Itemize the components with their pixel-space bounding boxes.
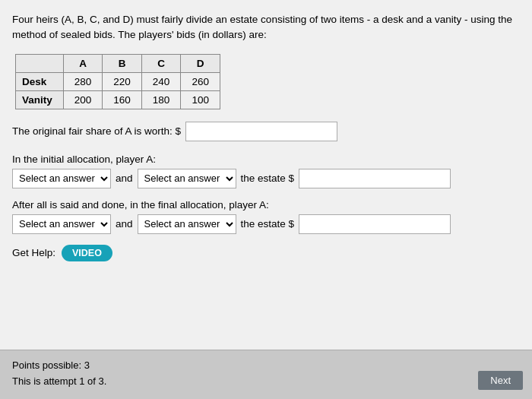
- table-cell-vanity-label: Vanity: [16, 90, 64, 109]
- final-allocation-connector: and: [116, 218, 133, 230]
- get-help-row: Get Help: VIDEO: [12, 245, 520, 261]
- bids-table: A B C D Desk 280 220 240 260 Vanity 200 …: [15, 54, 220, 109]
- final-allocation-label: After all is said and done, in the final…: [12, 199, 520, 211]
- initial-allocation-row: Select an answer receives does not recei…: [12, 169, 520, 188]
- table-header-empty: [16, 54, 64, 72]
- final-allocation-row: Select an answer receives does not recei…: [12, 214, 520, 234]
- attempt-info: This is attempt 1 of 3.: [12, 374, 520, 390]
- table-cell-desk-label: Desk: [16, 72, 64, 90]
- final-allocation-input[interactable]: [299, 214, 451, 234]
- table-row-vanity: Vanity 200 160 180 100: [16, 90, 220, 109]
- initial-allocation-input[interactable]: [299, 169, 451, 188]
- final-estate-label: the estate $: [241, 218, 295, 230]
- next-button[interactable]: Next: [478, 371, 523, 390]
- final-allocation-select2[interactable]: Select an answer pays into receives from: [138, 214, 236, 234]
- table-row-desk: Desk 280 220 240 260: [16, 72, 220, 90]
- table-cell-vanity-c: 180: [141, 90, 181, 109]
- initial-allocation-block: In the initial allocation, player A: Sel…: [12, 154, 520, 188]
- final-allocation-block: After all is said and done, in the final…: [12, 199, 520, 234]
- fair-share-label: The original fair share of A is worth: $: [12, 125, 181, 137]
- table-cell-vanity-a: 200: [63, 90, 103, 109]
- initial-allocation-connector: and: [116, 173, 133, 184]
- initial-estate-label: the estate $: [241, 173, 295, 184]
- table-cell-vanity-b: 160: [103, 90, 142, 109]
- footer-bar: Points possible: 3 This is attempt 1 of …: [0, 350, 532, 399]
- fair-share-block: The original fair share of A is worth: $: [12, 122, 520, 141]
- problem-text-line1: Four heirs (A, B, C, and D) must fairly …: [12, 14, 512, 25]
- initial-allocation-label: In the initial allocation, player A:: [12, 154, 520, 165]
- video-button[interactable]: VIDEO: [62, 245, 112, 261]
- points-possible: Points possible: 3: [12, 358, 520, 374]
- table-cell-vanity-d: 100: [181, 90, 220, 109]
- table-header-b: B: [103, 54, 142, 72]
- initial-allocation-select2[interactable]: Select an answer pays into receives from: [138, 169, 236, 188]
- table-cell-desk-d: 260: [181, 72, 220, 90]
- main-content: Four heirs (A, B, C, and D) must fairly …: [0, 0, 532, 350]
- table-cell-desk-a: 280: [63, 72, 103, 90]
- initial-allocation-select1[interactable]: Select an answer receives does not recei…: [12, 169, 111, 188]
- table-header-d: D: [181, 54, 220, 72]
- table-header-a: A: [63, 54, 103, 72]
- problem-description: Four heirs (A, B, C, and D) must fairly …: [12, 12, 520, 43]
- fair-share-input[interactable]: [185, 122, 337, 141]
- table-header-c: C: [141, 54, 181, 72]
- table-cell-desk-c: 240: [141, 72, 181, 90]
- get-help-label: Get Help:: [12, 247, 55, 258]
- final-allocation-select1[interactable]: Select an answer receives does not recei…: [12, 214, 111, 234]
- table-cell-desk-b: 220: [103, 72, 142, 90]
- problem-text-line2: method of sealed bids. The players' bids…: [12, 29, 267, 40]
